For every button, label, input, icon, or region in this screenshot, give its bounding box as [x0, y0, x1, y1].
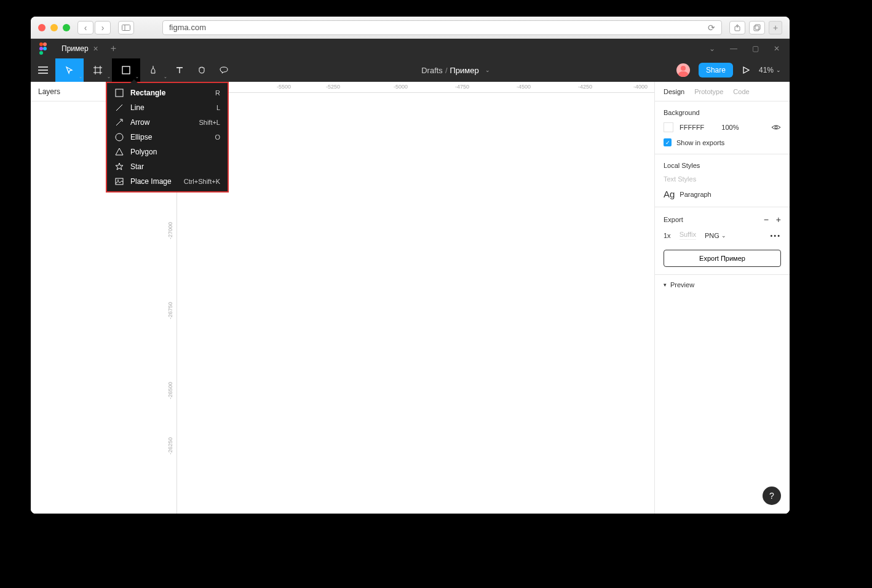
help-button[interactable]: ?	[763, 487, 781, 505]
sidebar-toggle-button[interactable]	[118, 21, 134, 34]
back-button[interactable]: ‹	[77, 21, 93, 34]
canvas[interactable]: -5500 -5250 -5000 -4750 -4500 -4250 -400…	[166, 82, 654, 514]
export-suffix-input[interactable]: Suffix	[680, 231, 696, 240]
horizontal-ruler: -5500 -5250 -5000 -4750 -4500 -4250 -400…	[166, 82, 654, 93]
ruler-tick: -4750	[455, 84, 469, 90]
local-styles-section: Local Styles Text Styles Ag Paragraph	[655, 154, 790, 207]
share-button[interactable]: Share	[699, 63, 733, 77]
format-label: PNG	[705, 232, 719, 239]
color-swatch[interactable]	[664, 122, 673, 132]
close-window-icon[interactable]	[38, 24, 46, 31]
arrow-icon	[114, 117, 124, 127]
shape-item-star[interactable]: Star	[107, 159, 228, 174]
right-panel-tabs: Design Prototype Code	[655, 82, 790, 101]
shape-shortcut: Ctrl+Shift+K	[184, 178, 220, 185]
file-tab[interactable]: Пример ×	[55, 39, 105, 58]
show-in-exports-row[interactable]: ✓ Show in exports	[664, 138, 781, 146]
toolbar: ⌄ ⌄ ⌄ ⌄ Drafts	[31, 58, 790, 82]
ellipse-icon	[114, 132, 124, 142]
shape-item-place-image[interactable]: Place Image Ctrl+Shift+K	[107, 174, 228, 189]
export-button[interactable]: Export Пример	[664, 250, 781, 267]
restore-icon[interactable]: ▢	[752, 44, 759, 53]
hand-tool[interactable]	[191, 58, 213, 82]
svg-point-20	[775, 126, 777, 129]
shape-label: Arrow	[130, 118, 192, 127]
plus-icon[interactable]: +	[776, 215, 781, 224]
breadcrumb-file: Пример	[450, 66, 479, 75]
ag-icon: Ag	[664, 189, 675, 199]
chevron-down-icon[interactable]: ⌄	[485, 67, 490, 73]
chevron-down-icon: ⌄	[107, 74, 111, 79]
frame-tool[interactable]: ⌄	[84, 58, 112, 82]
background-title: Background	[664, 109, 781, 116]
svg-rect-0	[122, 25, 130, 30]
tabs-icon[interactable]	[749, 21, 765, 34]
tab-prototype[interactable]: Prototype	[694, 88, 723, 95]
svg-rect-4	[755, 25, 760, 30]
svg-point-26	[117, 180, 119, 181]
svg-line-22	[116, 105, 122, 111]
present-icon[interactable]	[742, 66, 750, 74]
nav-buttons: ‹ ›	[77, 21, 111, 34]
shape-item-polygon[interactable]: Polygon	[107, 145, 228, 159]
breadcrumb[interactable]: Drafts / Пример ⌄	[235, 58, 676, 82]
ruler-tick: -26250	[167, 437, 173, 455]
right-panel: Design Prototype Code Background FFFFFF …	[654, 82, 790, 514]
export-format-select[interactable]: PNG ⌄	[705, 232, 726, 239]
avatar[interactable]	[676, 63, 690, 77]
eye-icon[interactable]	[771, 124, 781, 131]
forward-button[interactable]: ›	[95, 21, 111, 34]
paragraph-style-row[interactable]: Ag Paragraph	[664, 189, 781, 199]
shape-tool[interactable]: ⌄	[112, 58, 140, 82]
background-color-row: FFFFFF 100%	[664, 122, 781, 132]
browser-chrome: ‹ › figma.com ⟳ +	[31, 17, 790, 39]
close-icon[interactable]: ✕	[774, 44, 780, 53]
preview-toggle[interactable]: ▾ Preview	[655, 275, 790, 295]
figma-logo-icon[interactable]	[31, 39, 55, 58]
chrome-right-buttons	[729, 21, 765, 34]
shape-item-ellipse[interactable]: Ellipse O	[107, 130, 228, 145]
shape-item-arrow[interactable]: Arrow Shift+L	[107, 115, 228, 130]
new-file-tab-button[interactable]: +	[105, 43, 122, 54]
export-section: Export − + 1x Suffix PNG ⌄ •••	[655, 207, 790, 275]
shape-item-line[interactable]: Line L	[107, 100, 228, 115]
pen-tool[interactable]: ⌄	[140, 58, 168, 82]
more-icon[interactable]: •••	[770, 232, 781, 239]
canvas-frame[interactable]	[177, 93, 654, 514]
shape-item-rectangle[interactable]: Rectangle R	[107, 85, 228, 100]
ruler-tick: -26500	[167, 382, 173, 399]
checkbox-checked-icon[interactable]: ✓	[664, 138, 672, 146]
move-tool[interactable]: ⌄	[55, 58, 84, 82]
opacity-value[interactable]: 100%	[721, 124, 739, 131]
text-tool[interactable]	[168, 58, 191, 82]
ruler-tick: -4250	[578, 84, 592, 90]
maximize-window-icon[interactable]	[63, 24, 70, 31]
chevron-down-icon[interactable]: ⌄	[709, 44, 715, 53]
tab-design[interactable]: Design	[664, 88, 684, 95]
shape-tool-dropdown: Rectangle R Line L Arrow Shift+L Ellipse…	[106, 82, 229, 193]
minus-icon[interactable]: −	[764, 215, 769, 224]
url-bar[interactable]: figma.com ⟳	[162, 20, 722, 35]
shape-label: Ellipse	[130, 133, 208, 141]
svg-rect-21	[116, 89, 123, 97]
tab-code[interactable]: Code	[733, 88, 749, 95]
close-tab-icon[interactable]: ×	[93, 44, 98, 54]
new-tab-button[interactable]: +	[769, 21, 782, 34]
shape-label: Place Image	[130, 177, 178, 186]
minimize-icon[interactable]: —	[730, 44, 737, 53]
minimize-window-icon[interactable]	[50, 24, 58, 31]
chevron-down-icon: ⌄	[721, 232, 726, 239]
refresh-icon[interactable]: ⟳	[708, 23, 715, 33]
layers-tab-label: Layers	[38, 87, 60, 96]
hamburger-menu-icon[interactable]	[31, 58, 55, 82]
svg-rect-17	[122, 66, 130, 74]
file-tab-label: Пример	[61, 44, 89, 53]
zoom-control[interactable]: 41% ⌄	[759, 66, 781, 74]
comment-tool[interactable]	[213, 58, 235, 82]
color-hex-value[interactable]: FFFFFF	[680, 124, 704, 131]
export-scale[interactable]: 1x	[664, 232, 671, 239]
local-styles-title: Local Styles	[664, 162, 781, 169]
svg-rect-3	[754, 26, 759, 31]
share-icon[interactable]	[729, 21, 745, 34]
svg-point-5	[39, 42, 43, 46]
